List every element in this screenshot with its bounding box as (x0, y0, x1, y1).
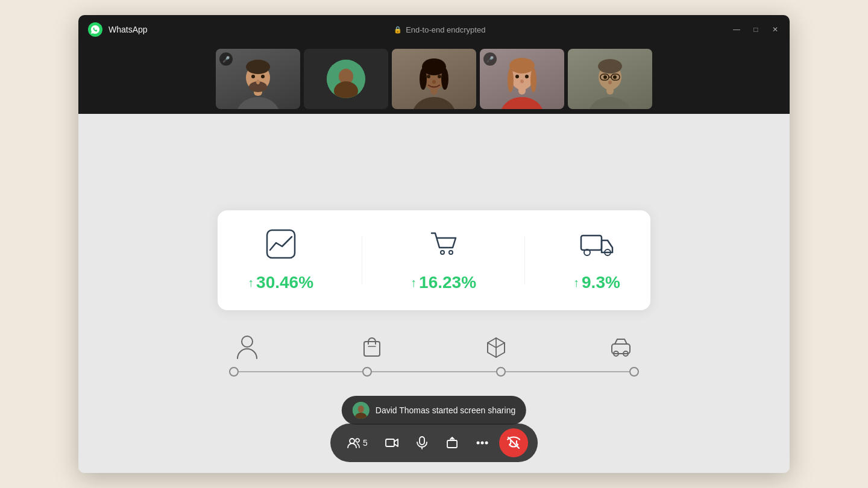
stat-item-3: ↑ 9.3% (573, 228, 620, 292)
titlebar-left: WhatsApp (88, 22, 148, 37)
svg-point-41 (449, 251, 453, 254)
truck-icon (579, 228, 615, 263)
svg-point-17 (427, 75, 430, 78)
svg-point-18 (438, 75, 441, 78)
stat-item-1: ↑ 30.46% (248, 228, 313, 292)
svg-point-3 (246, 60, 270, 74)
svg-point-53 (350, 439, 354, 443)
svg-point-38 (608, 81, 612, 84)
svg-point-19 (432, 80, 436, 84)
lock-icon: 🔒 (394, 26, 402, 34)
tracker-dot-3 (496, 367, 506, 377)
svg-rect-56 (420, 437, 424, 445)
tracker-icons (229, 334, 639, 360)
svg-point-7 (256, 80, 260, 84)
svg-point-33 (603, 75, 607, 79)
svg-point-25 (530, 68, 536, 92)
svg-point-60 (480, 442, 483, 445)
participant-video-3[interactable] (392, 49, 476, 109)
svg-point-11 (412, 97, 456, 109)
svg-point-5 (251, 75, 255, 78)
svg-point-40 (441, 251, 444, 254)
share-screen-button[interactable] (439, 430, 465, 456)
svg-point-0 (236, 97, 280, 109)
svg-rect-58 (447, 440, 457, 448)
progress-tracker (229, 334, 639, 377)
svg-point-32 (598, 59, 622, 74)
tracker-dot-2 (362, 367, 372, 377)
participant-video-1[interactable]: 🎤 (216, 49, 300, 109)
svg-point-45 (242, 336, 253, 347)
stat-divider-1 (362, 236, 362, 284)
titlebar-controls: — □ ✕ (732, 25, 780, 34)
svg-point-26 (515, 75, 519, 78)
stat-item-2: ↑ 16.23% (410, 228, 476, 292)
svg-point-23 (509, 58, 535, 74)
maximize-button[interactable]: □ (751, 25, 761, 34)
cart-icon (428, 228, 459, 263)
tracker-segment-2 (372, 371, 495, 372)
screen-share-toast: David Thomas started screen sharing (342, 396, 526, 425)
app-title: WhatsApp (108, 25, 148, 34)
participants-button[interactable]: 5 (340, 430, 375, 456)
whatsapp-logo (88, 22, 102, 37)
svg-point-51 (358, 405, 364, 413)
toast-avatar (353, 402, 370, 419)
svg-point-54 (356, 439, 359, 442)
svg-point-24 (508, 68, 514, 92)
close-button[interactable]: ✕ (770, 25, 780, 34)
svg-point-27 (525, 75, 529, 78)
mic-off-icon-1: 🎤 (222, 56, 230, 63)
david-avatar (327, 60, 365, 98)
svg-point-59 (476, 442, 479, 445)
svg-rect-55 (386, 439, 394, 446)
tracker-step-1 (229, 334, 265, 360)
tracker-dot-4 (629, 367, 639, 377)
toast-message: David Thomas started screen sharing (376, 405, 515, 415)
tracker-dot-1 (229, 367, 239, 377)
tracker-step-3 (478, 334, 514, 360)
tracker-step-4 (603, 334, 639, 360)
stat-value-1: ↑ 30.46% (248, 273, 313, 292)
video-strip: 🎤 (78, 44, 790, 114)
mute-badge-4: 🎤 (483, 52, 497, 66)
titlebar: WhatsApp 🔒 End-to-end endcrypted — □ ✕ (78, 15, 790, 44)
svg-point-29 (588, 97, 632, 109)
svg-point-15 (420, 68, 427, 90)
mute-badge-1: 🎤 (219, 52, 233, 66)
svg-rect-42 (581, 236, 602, 250)
more-options-button[interactable] (469, 430, 495, 456)
mic-button[interactable] (409, 430, 435, 456)
encryption-label: 🔒 End-to-end endcrypted (394, 25, 485, 34)
video-button[interactable] (379, 430, 405, 456)
participant-video-4[interactable]: 🎤 (480, 49, 564, 109)
svg-rect-46 (364, 342, 380, 356)
end-call-button[interactable] (499, 428, 528, 457)
app-window: WhatsApp 🔒 End-to-end endcrypted — □ ✕ (78, 15, 790, 473)
stats-card: ↑ 30.46% ↑ 16.23% (218, 210, 650, 310)
tracker-line (229, 367, 639, 377)
chart-icon (265, 228, 297, 263)
svg-point-20 (500, 97, 544, 109)
screen-share-area: ↑ 30.46% ↑ 16.23% (78, 114, 790, 473)
svg-point-28 (520, 80, 524, 83)
call-toolbar: 5 (330, 424, 538, 462)
svg-point-16 (441, 68, 448, 90)
participants-count: 5 (363, 438, 368, 448)
tracker-step-2 (354, 334, 390, 360)
stat-value-3: ↑ 9.3% (573, 273, 620, 292)
svg-point-34 (613, 75, 617, 79)
svg-point-61 (485, 442, 488, 445)
participant-video-5[interactable] (568, 49, 652, 109)
mic-off-icon-4: 🎤 (486, 56, 494, 63)
stat-value-2: ↑ 16.23% (410, 273, 476, 292)
tracker-segment-3 (506, 371, 629, 372)
tracker-segment-1 (239, 371, 362, 372)
stat-divider-2 (524, 236, 525, 284)
minimize-button[interactable]: — (732, 25, 741, 34)
svg-rect-39 (267, 230, 295, 258)
participant-video-2[interactable] (304, 49, 388, 109)
svg-point-6 (261, 75, 265, 78)
